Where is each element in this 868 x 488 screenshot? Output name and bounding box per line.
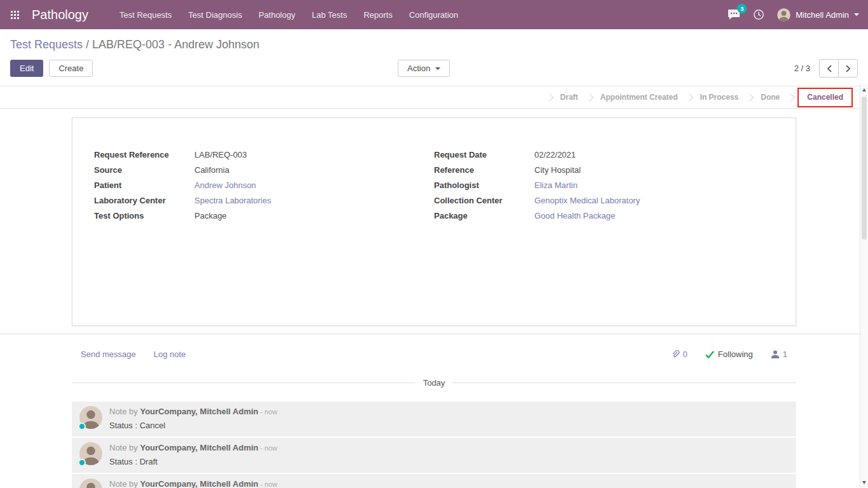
field-value: 02/22/2021	[534, 150, 576, 160]
field-label: Reference	[434, 165, 534, 175]
message-content: Note by YourCompany, Mitchell Admin - no…	[109, 442, 278, 468]
pathologist-link[interactable]: Eliza Martin	[534, 180, 578, 191]
field-label: Request Reference	[94, 150, 194, 160]
field-value: California	[194, 165, 229, 175]
edit-button[interactable]: Edit	[10, 60, 43, 77]
clock-icon	[753, 9, 764, 20]
triangle-up-icon	[862, 88, 866, 92]
field-value: Package	[194, 211, 227, 221]
chatter: Send message Log note 0 Following 1	[72, 334, 796, 488]
message-author[interactable]: YourCompany, Mitchell Admin	[140, 443, 258, 452]
breadcrumb-current: LAB/REQ-003 - Andrew Johnson	[92, 38, 259, 51]
status-draft[interactable]: Draft	[552, 93, 587, 102]
online-status-dot	[78, 459, 86, 466]
action-label: Action	[407, 64, 430, 73]
message-time: - now	[259, 408, 278, 416]
attachment-count: 0	[683, 349, 688, 359]
status-done[interactable]: Done	[752, 93, 788, 102]
date-divider: Today	[72, 378, 796, 388]
field-label: Request Date	[434, 150, 534, 160]
collection-center-link[interactable]: Genoptix Medical Laboratory	[534, 196, 640, 206]
activity-menu-button[interactable]	[753, 9, 764, 20]
button-row: Edit Create Action 2 / 3	[10, 59, 858, 86]
grid-icon-glyph	[11, 11, 19, 19]
message-prefix: Note by	[109, 407, 140, 416]
date-divider-label: Today	[423, 378, 445, 388]
message-header: Note by YourCompany, Mitchell Admin - no…	[109, 442, 278, 454]
message-item: Note by YourCompany, Mitchell Admin - no…	[72, 402, 796, 437]
status-appointment-created[interactable]: Appointment Created	[592, 93, 686, 102]
field-collection-center: Collection Center Genoptix Medical Labor…	[434, 193, 774, 208]
navbar-right: 3 Mitchell Admin	[728, 8, 859, 22]
user-avatar	[777, 8, 790, 22]
scroll-up-button[interactable]	[860, 85, 868, 94]
statusbar: Draft Appointment Created In Process Don…	[0, 86, 868, 109]
send-message-button[interactable]: Send message	[81, 349, 136, 359]
message-author[interactable]: YourCompany, Mitchell Admin	[140, 479, 258, 488]
field-reference: Reference City Hospital	[434, 163, 774, 178]
breadcrumb-parent-link[interactable]: Test Requests	[10, 38, 83, 51]
chevron-down-icon	[854, 13, 859, 16]
status-in-process[interactable]: In Process	[692, 93, 747, 102]
action-dropdown-button[interactable]: Action	[398, 60, 450, 77]
scrollbar-thumb[interactable]	[862, 97, 867, 240]
menu-reports[interactable]: Reports	[355, 10, 401, 20]
create-button[interactable]: Create	[49, 60, 93, 77]
main-menu: Test Requests Test Diagnosis Pathology L…	[111, 0, 466, 29]
field-value: LAB/REQ-003	[194, 150, 247, 160]
field-request-reference: Request Reference LAB/REQ-003	[94, 147, 434, 163]
chevron-right-icon	[846, 65, 851, 72]
menu-test-diagnosis[interactable]: Test Diagnosis	[180, 10, 250, 20]
scroll-down-button[interactable]	[860, 478, 868, 487]
attachments-button[interactable]: 0	[670, 349, 688, 359]
field-label: Laboratory Center	[94, 196, 194, 206]
field-package: Package Good Health Package	[434, 208, 774, 224]
field-pathologist: Pathologist Eliza Martin	[434, 178, 774, 193]
message-item: Note by YourCompany, Mitchell Admin - no…	[72, 438, 796, 473]
field-label: Patient	[94, 180, 194, 191]
menu-test-requests[interactable]: Test Requests	[111, 10, 180, 20]
messages-menu-button[interactable]: 3	[728, 9, 740, 20]
message-content: Note by YourCompany, Mitchell Admin - no…	[109, 406, 278, 432]
chatter-topbar: Send message Log note 0 Following 1	[72, 349, 796, 359]
field-label: Source	[94, 165, 194, 175]
breadcrumb: Test Requests / LAB/REQ-003 - Andrew Joh…	[10, 38, 858, 51]
message-avatar	[79, 478, 102, 488]
field-value: City Hospital	[534, 165, 581, 175]
app-name: Pathology	[32, 8, 88, 22]
patient-link[interactable]: Andrew Johnson	[194, 180, 256, 191]
field-patient: Patient Andrew Johnson	[94, 178, 434, 193]
messages-list: Note by YourCompany, Mitchell Admin - no…	[72, 402, 796, 488]
following-button[interactable]: Following	[705, 349, 753, 359]
pager-previous-button[interactable]	[819, 59, 839, 78]
chatter-right-tools: 0 Following 1	[670, 349, 787, 359]
annotation-highlight-box: Cancelled	[797, 88, 853, 107]
field-groups: Request Reference LAB/REQ-003 Source Cal…	[94, 147, 774, 224]
menu-lab-tests[interactable]: Lab Tests	[304, 10, 355, 20]
package-link[interactable]: Good Health Package	[534, 211, 615, 221]
avatar-image	[79, 478, 102, 488]
status-cancelled[interactable]: Cancelled	[799, 93, 851, 102]
top-navbar: Pathology Test Requests Test Diagnosis P…	[0, 0, 868, 29]
messages-count-badge: 3	[737, 4, 747, 13]
field-request-date: Request Date 02/22/2021	[434, 147, 774, 163]
message-author[interactable]: YourCompany, Mitchell Admin	[140, 407, 258, 416]
right-field-group: Request Date 02/22/2021 Reference City H…	[434, 147, 774, 224]
pager: 2 / 3	[794, 59, 858, 78]
laboratory-center-link[interactable]: Spectra Laboratories	[194, 196, 271, 206]
menu-pathology[interactable]: Pathology	[250, 10, 304, 20]
paperclip-icon	[670, 349, 680, 359]
pager-next-button[interactable]	[838, 59, 858, 78]
log-note-button[interactable]: Log note	[154, 349, 186, 359]
menu-configuration[interactable]: Configuration	[401, 10, 466, 20]
person-icon	[771, 350, 780, 358]
divider-line	[452, 383, 796, 383]
message-prefix: Note by	[109, 479, 140, 488]
user-menu[interactable]: Mitchell Admin	[777, 8, 859, 22]
breadcrumb-separator: /	[83, 38, 92, 51]
vertical-scrollbar[interactable]	[860, 84, 868, 488]
control-panel: Test Requests / LAB/REQ-003 - Andrew Joh…	[0, 29, 868, 86]
triangle-down-icon	[862, 481, 866, 484]
followers-button[interactable]: 1	[771, 349, 787, 359]
apps-grid-icon[interactable]	[0, 0, 29, 29]
